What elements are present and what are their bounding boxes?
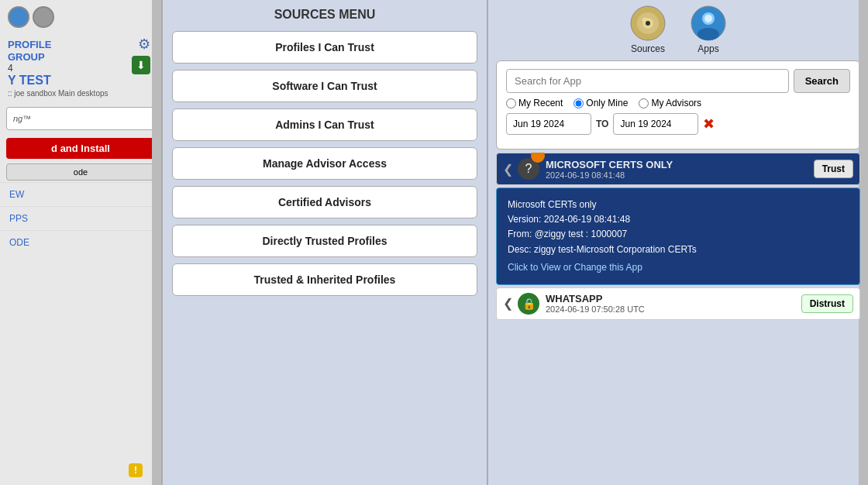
tooltip-line4: Desc: ziggy test-Microsoft Corporation C… — [508, 242, 849, 257]
certified-advisors-btn[interactable]: Certified Advisors — [172, 186, 477, 218]
app-row-microsoft[interactable]: ❮ ? MICROSOFT CERTS ONLY 2024-06-19 08:4… — [496, 153, 860, 185]
middle-panel-title: SOURCES MENU — [172, 8, 477, 22]
avatar-blue — [8, 6, 29, 28]
radio-my-recent[interactable]: My Recent — [506, 98, 563, 108]
clear-date-button[interactable]: ✖ — [703, 115, 715, 132]
chevron-left-icon-1[interactable]: ❮ — [503, 162, 513, 177]
software-i-can-trust-btn[interactable]: Software I Can Trust — [172, 70, 477, 102]
tooltip-line5[interactable]: Click to View or Change this App — [508, 260, 849, 275]
sidebar-scrollbar[interactable] — [152, 0, 161, 485]
radio-my-advisors[interactable]: My Advisors — [639, 98, 701, 108]
search-input[interactable] — [506, 69, 789, 93]
search-row: Search — [506, 69, 850, 93]
app-date-whatsapp: 2024-06-19 07:50:28 UTC — [546, 304, 801, 314]
trusted-inherited-profiles-btn[interactable]: Trusted & Inherited Profiles — [172, 263, 477, 296]
trust-button-microsoft[interactable]: Trust — [814, 160, 853, 178]
ode-badge: ! — [129, 463, 143, 477]
mode-button[interactable]: ode — [6, 163, 155, 181]
sidebar: PROFILE ⚙ GROUP 4 Y TEST ⬇ :: joe sandbo… — [0, 0, 163, 485]
tooltip-line3: From: @ziggy test : 1000007 — [508, 227, 849, 242]
orange-dot-indicator — [531, 153, 545, 163]
app-icon-whatsapp: 🔒 — [518, 293, 539, 315]
right-panel: Sources Apps Search My Recent — [488, 0, 868, 485]
right-top-icons: Sources Apps — [496, 5, 860, 54]
sidebar-nav-pps[interactable]: PPS — [0, 206, 161, 230]
apps-icon-item[interactable]: Apps — [690, 5, 727, 54]
date-from-input[interactable] — [506, 113, 591, 135]
download-icon[interactable]: ⬇ — [132, 56, 150, 74]
svg-point-8 — [704, 15, 712, 22]
apps-icon — [690, 5, 727, 42]
app-row-whatsapp[interactable]: ❮ 🔒 WHATSAPP 2024-06-19 07:50:28 UTC Dis… — [496, 287, 860, 320]
profile-label: PROFILE — [8, 39, 51, 50]
distrust-button-whatsapp[interactable]: Distrust — [801, 294, 853, 313]
tooltip-popup: Microsoft CERTs only Version: 2024-06-19… — [496, 187, 860, 285]
sources-icon-item[interactable]: Sources — [629, 5, 666, 54]
avatar-gray — [33, 6, 54, 28]
svg-point-7 — [698, 28, 719, 40]
search-button[interactable]: Search — [794, 69, 850, 93]
date-separator: TO — [596, 119, 608, 129]
gear-icon[interactable]: ⚙ — [138, 36, 150, 53]
y-test-label: Y TEST — [8, 74, 153, 88]
admins-i-can-trust-btn[interactable]: Admins I Can Trust — [172, 108, 477, 141]
sidebar-nav-ode[interactable]: ODE ! — [0, 230, 161, 254]
search-container: Search My Recent Only Mine My Advisors T… — [496, 60, 860, 150]
profiles-i-can-trust-btn[interactable]: Profiles I Can Trust — [172, 31, 477, 64]
avatar-circles — [8, 6, 54, 28]
radio-row: My Recent Only Mine My Advisors — [506, 98, 850, 108]
app-name-microsoft: MICROSOFT CERTS ONLY — [546, 159, 814, 170]
app-info-microsoft: MICROSOFT CERTS ONLY 2024-06-19 08:41:48 — [546, 159, 814, 180]
sidebar-nav-ew[interactable]: EW — [0, 182, 161, 206]
radio-only-mine[interactable]: Only Mine — [574, 98, 628, 108]
sub-label: :: joe sandbox Main desktops — [8, 89, 153, 98]
directly-trusted-profiles-btn[interactable]: Directly Trusted Profiles — [172, 225, 477, 257]
apps-label: Apps — [698, 43, 718, 54]
app-list: ❮ ? MICROSOFT CERTS ONLY 2024-06-19 08:4… — [496, 153, 860, 322]
tooltip-line2: Version: 2024-06-19 08:41:48 — [508, 212, 849, 227]
app-name-whatsapp: WHATSAPP — [546, 293, 801, 304]
manage-advisor-access-btn[interactable]: Manage Advisor Access — [172, 147, 477, 180]
middle-panel: SOURCES MENU Profiles I Can Trust Softwa… — [163, 0, 488, 485]
box-title: ng™ — [13, 114, 148, 123]
tooltip-line1: Microsoft CERTs only — [508, 198, 849, 212]
sidebar-profile: PROFILE ⚙ GROUP 4 Y TEST ⬇ :: joe sandbo… — [0, 34, 161, 102]
date-to-input[interactable] — [613, 113, 698, 135]
app-info-whatsapp: WHATSAPP 2024-06-19 07:50:28 UTC — [546, 293, 801, 314]
sources-icon — [629, 5, 666, 42]
svg-point-3 — [646, 21, 650, 26]
sources-label: Sources — [631, 43, 665, 54]
app-date-microsoft: 2024-06-19 08:41:48 — [546, 170, 814, 180]
install-button[interactable]: d and Install — [6, 138, 155, 159]
sidebar-box: ng™ — [6, 107, 155, 130]
chevron-left-icon-2[interactable]: ❮ — [503, 296, 513, 311]
sidebar-top — [0, 0, 161, 34]
date-row: TO ✖ — [506, 113, 850, 135]
